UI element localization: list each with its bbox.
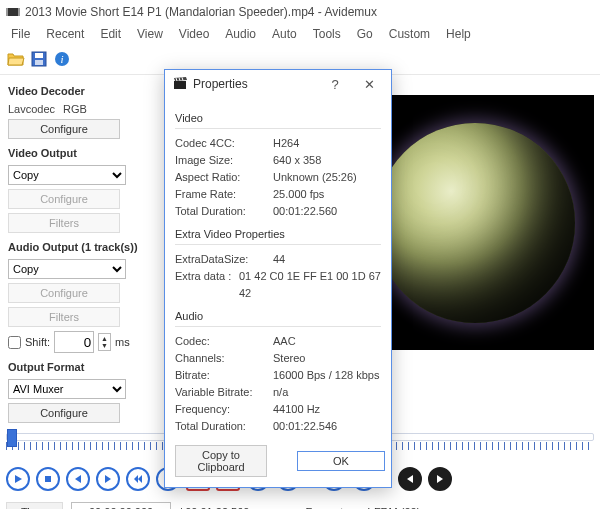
aspect-label: Aspect Ratio: [175, 169, 273, 186]
shift-checkbox[interactable] [8, 336, 21, 349]
audio-output-select[interactable]: Copy [8, 259, 126, 279]
video-decoder-heading: Video Decoder [8, 85, 164, 97]
help-icon[interactable]: ? [321, 74, 349, 94]
info-icon[interactable]: i [52, 49, 72, 69]
framerate-value: 25.000 fps [273, 186, 381, 203]
extradata-label: Extra data : [175, 268, 239, 302]
audio-output-filters-button: Filters [8, 307, 120, 327]
time-label: Time: [6, 502, 63, 509]
main-window: 2013 Movie Short E14 P1 (Mandalorian Spe… [0, 0, 600, 509]
menu-audio[interactable]: Audio [218, 25, 263, 43]
app-icon [6, 5, 20, 19]
titlebar: 2013 Movie Short E14 P1 (Mandalorian Spe… [0, 0, 600, 24]
time-value-input[interactable]: 00:00:00.000 [71, 502, 171, 509]
acodec-label: Codec: [175, 333, 273, 350]
clapboard-icon [173, 76, 187, 93]
output-format-configure-button[interactable]: Configure [8, 403, 120, 423]
prev-black-frame-icon[interactable] [398, 467, 422, 491]
shift-unit-label: ms [115, 336, 130, 348]
bitrate-label: Bitrate: [175, 367, 273, 384]
menu-custom[interactable]: Custom [382, 25, 437, 43]
menu-video[interactable]: Video [172, 25, 216, 43]
vduration-value: 00:01:22.560 [273, 203, 381, 220]
prev-keyframe-icon[interactable] [126, 467, 150, 491]
sidebar: Video Decoder Lavcodec RGB Configure Vid… [4, 79, 164, 425]
aduration-value: 00:01:22.546 [273, 418, 381, 435]
properties-dialog: Properties ? ✕ Video Codec 4CC:H264 Imag… [164, 69, 392, 488]
menubar: File Recent Edit View Video Audio Auto T… [0, 24, 600, 44]
dialog-titlebar[interactable]: Properties ? ✕ [165, 70, 391, 98]
spinner-icon[interactable]: ▲▼ [98, 333, 111, 351]
save-icon[interactable] [29, 49, 49, 69]
play-icon[interactable] [6, 467, 30, 491]
output-format-heading: Output Format [8, 361, 164, 373]
video-output-filters-button: Filters [8, 213, 120, 233]
aduration-label: Total Duration: [175, 418, 273, 435]
vbr-value: n/a [273, 384, 381, 401]
stop-icon[interactable] [36, 467, 60, 491]
decoder-format-label: RGB [63, 103, 87, 115]
menu-edit[interactable]: Edit [93, 25, 128, 43]
extradata-value: 01 42 C0 1E FF E1 00 1D 67 42 [239, 268, 381, 302]
status-bar: Time: 00:00:00.000 / 00:01:22.560 Frame … [6, 499, 594, 509]
video-output-configure-button: Configure [8, 189, 120, 209]
freq-value: 44100 Hz [273, 401, 381, 418]
menu-recent[interactable]: Recent [39, 25, 91, 43]
menu-view[interactable]: View [130, 25, 170, 43]
prev-frame-icon[interactable] [66, 467, 90, 491]
codec4cc-value: H264 [273, 135, 381, 152]
decoder-codec-label: Lavcodec [8, 103, 55, 115]
aspect-value: Unknown (25:26) [273, 169, 381, 186]
dialog-title: Properties [193, 77, 248, 91]
svg-rect-5 [35, 60, 43, 65]
channels-label: Channels: [175, 350, 273, 367]
window-title: 2013 Movie Short E14 P1 (Mandalorian Spe… [25, 5, 377, 19]
vduration-label: Total Duration: [175, 203, 273, 220]
image-size-value: 640 x 358 [273, 152, 381, 169]
open-icon[interactable] [6, 49, 26, 69]
menu-file[interactable]: File [4, 25, 37, 43]
decoder-configure-button[interactable]: Configure [8, 119, 120, 139]
svg-rect-0 [7, 8, 19, 16]
menu-help[interactable]: Help [439, 25, 478, 43]
acodec-value: AAC [273, 333, 381, 350]
svg-rect-9 [45, 476, 51, 482]
menu-go[interactable]: Go [350, 25, 380, 43]
video-output-heading: Video Output [8, 147, 164, 159]
bitrate-value: 16000 Bps / 128 kbps [273, 367, 381, 384]
output-format-select[interactable]: AVI Muxer [8, 379, 126, 399]
preview-frame-image [375, 123, 575, 323]
extrasize-label: ExtraDataSize: [175, 251, 273, 268]
shift-value-input[interactable] [54, 331, 94, 353]
svg-rect-8 [174, 81, 186, 89]
svg-text:i: i [60, 53, 63, 65]
next-black-frame-icon[interactable] [428, 467, 452, 491]
audio-section-heading: Audio [175, 310, 381, 322]
menu-auto[interactable]: Auto [265, 25, 304, 43]
shift-label: Shift: [25, 336, 50, 348]
codec4cc-label: Codec 4CC: [175, 135, 273, 152]
video-output-select[interactable]: Copy [8, 165, 126, 185]
channels-value: Stereo [273, 350, 381, 367]
ok-button[interactable]: OK [297, 451, 385, 471]
freq-label: Frequency: [175, 401, 273, 418]
svg-rect-2 [18, 8, 20, 16]
vbr-label: Variable Bitrate: [175, 384, 273, 401]
audio-output-configure-button: Configure [8, 283, 120, 303]
svg-rect-4 [35, 53, 43, 58]
svg-rect-1 [6, 8, 8, 16]
image-size-label: Image Size: [175, 152, 273, 169]
audio-output-heading: Audio Output (1 track(s)) [8, 241, 164, 253]
extrasize-value: 44 [273, 251, 381, 268]
extra-section-heading: Extra Video Properties [175, 228, 381, 240]
content: Video Decoder Lavcodec RGB Configure Vid… [0, 75, 600, 509]
framerate-label: Frame Rate: [175, 186, 273, 203]
next-frame-icon[interactable] [96, 467, 120, 491]
video-section-heading: Video [175, 112, 381, 124]
timeline-thumb[interactable] [7, 429, 17, 447]
menu-tools[interactable]: Tools [306, 25, 348, 43]
copy-clipboard-button[interactable]: Copy to Clipboard [175, 445, 267, 477]
close-icon[interactable]: ✕ [355, 74, 383, 94]
